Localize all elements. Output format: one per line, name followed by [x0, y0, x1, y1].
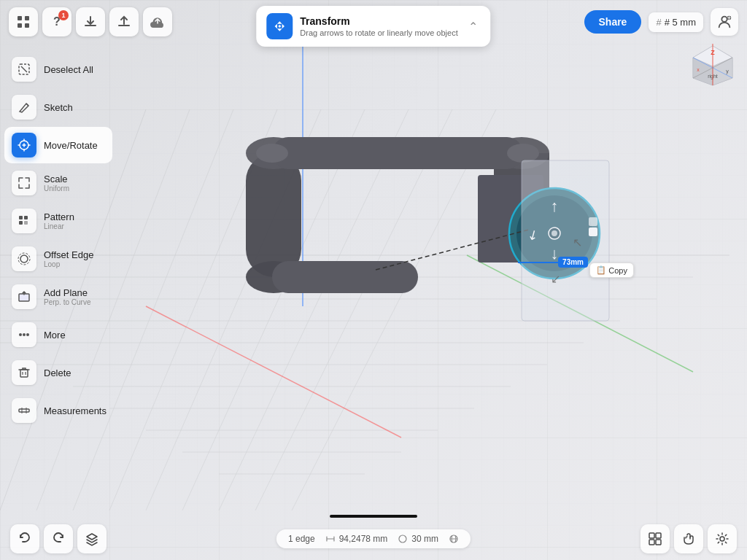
bottom-left-controls: [10, 524, 107, 553]
download-icon: [83, 15, 98, 29]
transform-text: Transform Drag arrows to rotate or linea…: [300, 15, 457, 37]
gesture-button[interactable]: [674, 524, 703, 553]
sidebar-item-offset-edge[interactable]: Offset Edge Loop: [4, 241, 112, 277]
transform-icon-bg: [266, 13, 293, 39]
sidebar-item-pattern[interactable]: Pattern Linear: [4, 203, 112, 239]
svg-rect-31: [272, 137, 523, 169]
svg-point-59: [279, 25, 281, 27]
top-toolbar: ? 1: [0, 0, 747, 44]
bottom-bar: 1 edge 94,2478 mm 30 mm: [0, 518, 747, 560]
upload-icon: [117, 15, 131, 29]
hash-icon: #: [656, 17, 661, 28]
axis-cube[interactable]: Z y x right: [687, 40, 738, 91]
edge-count-item: 1 edge: [288, 534, 315, 544]
notification-badge: 1: [58, 10, 69, 20]
svg-rect-51: [18, 16, 22, 20]
copy-badge[interactable]: 📋 Copy: [589, 262, 634, 278]
sidebar-item-more[interactable]: More: [4, 316, 112, 353]
share-button[interactable]: Share: [584, 10, 642, 34]
transform-tooltip: Transform Drag arrows to rotate or linea…: [256, 6, 490, 47]
measurements-icon: [12, 398, 36, 423]
svg-rect-78: [19, 221, 23, 225]
pattern-sub: Linear: [44, 222, 74, 230]
user-settings-button[interactable]: [711, 8, 738, 36]
settings-gear-icon: [715, 532, 729, 546]
add-plane-sub: Perp. to Curve: [44, 298, 90, 306]
rendering-button[interactable]: [640, 524, 670, 553]
add-plane-icon: [12, 284, 36, 309]
bottom-right-controls: [640, 524, 737, 553]
svg-text:↖: ↖: [573, 236, 582, 249]
redo-button[interactable]: [44, 524, 73, 553]
download-button[interactable]: [76, 7, 105, 36]
delete-label: Delete: [44, 368, 71, 378]
user-settings-icon: [716, 14, 732, 30]
svg-text:x: x: [697, 67, 700, 72]
svg-point-85: [26, 333, 29, 336]
svg-rect-53: [18, 23, 22, 28]
sidebar-item-delete[interactable]: Delete: [4, 354, 112, 391]
sidebar-item-move-rotate[interactable]: Move/Rotate: [4, 127, 112, 163]
svg-marker-57: [275, 24, 277, 29]
transform-title: Transform: [300, 15, 457, 27]
svg-rect-46: [522, 160, 609, 321]
undo-button[interactable]: [10, 524, 39, 553]
svg-rect-86: [20, 370, 28, 377]
chevron-up-icon: ⌃: [468, 20, 478, 33]
help-button[interactable]: ? 1: [42, 7, 71, 36]
sidebar-item-deselect-all[interactable]: Deselect All: [4, 51, 112, 88]
options-icon: [449, 534, 459, 544]
edge-count-value: 1 edge: [288, 534, 315, 544]
upload-button[interactable]: [109, 7, 139, 36]
length-value: 94,2478 mm: [339, 534, 388, 544]
diameter-icon: [398, 534, 408, 544]
toolbar-left: ? 1: [9, 7, 172, 36]
sidebar-item-add-plane[interactable]: Add Plane Perp. to Curve: [4, 279, 112, 315]
sidebar-item-scale[interactable]: Scale Uniform: [4, 165, 112, 201]
app-settings-button[interactable]: [708, 524, 737, 553]
rendering-icon: [648, 532, 662, 546]
svg-rect-77: [24, 216, 28, 219]
grid-size-value: # 5 mm: [665, 17, 696, 28]
sketch-label: Sketch: [44, 102, 73, 113]
svg-point-84: [23, 333, 26, 336]
transform-move-icon: [272, 19, 287, 34]
svg-point-92: [399, 535, 406, 542]
cloud-button[interactable]: [143, 7, 172, 36]
svg-rect-26: [246, 153, 301, 277]
copy-label: Copy: [608, 266, 627, 275]
svg-rect-34: [272, 261, 418, 293]
scale-sub: Uniform: [44, 184, 69, 192]
transform-subtitle: Drag arrows to rotate or linearly move o…: [300, 28, 457, 37]
delete-icon: [12, 360, 36, 385]
move-rotate-icon: [12, 133, 36, 158]
apps-button[interactable]: [9, 7, 38, 36]
add-plane-label: Add Plane: [44, 287, 90, 298]
options-item[interactable]: [449, 534, 459, 544]
layers-button[interactable]: [77, 524, 107, 553]
left-sidebar: Deselect All Sketch Move/Rotate: [0, 51, 117, 429]
svg-line-74: [21, 66, 27, 72]
undo-icon: [18, 532, 32, 546]
toolbar-right: Share # # 5 mm: [584, 8, 739, 36]
axis-cube-svg: Z y x right: [687, 40, 738, 91]
svg-point-99: [720, 537, 724, 541]
svg-rect-97: [649, 540, 654, 545]
svg-rect-52: [25, 16, 29, 20]
sidebar-item-measurements[interactable]: Measurements: [4, 392, 112, 429]
redo-icon: [51, 532, 66, 546]
svg-rect-76: [19, 216, 23, 219]
svg-rect-98: [656, 540, 661, 545]
svg-point-83: [19, 333, 22, 336]
svg-rect-54: [25, 23, 29, 28]
pattern-icon: [12, 209, 36, 233]
sidebar-item-sketch[interactable]: Sketch: [4, 89, 112, 125]
pattern-label: Pattern: [44, 211, 74, 222]
svg-point-33: [507, 144, 539, 163]
copy-icon: 📋: [596, 265, 606, 275]
scale-label: Scale: [44, 174, 69, 184]
deselect-all-icon: [12, 57, 36, 82]
transform-close-button[interactable]: ⌃: [465, 17, 481, 36]
measurements-label: Measurements: [44, 405, 107, 416]
more-icon: [12, 322, 36, 347]
